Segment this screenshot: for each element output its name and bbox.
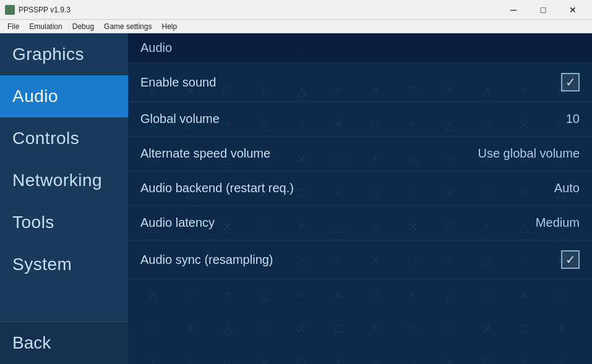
sidebar: Graphics Audio Controls Networking Tools…	[0, 33, 128, 364]
ps-symbol: △	[580, 311, 592, 345]
sidebar-item-controls[interactable]: Controls	[0, 117, 128, 159]
setting-alternate-speed-volume[interactable]: Alternate speed volume Use global volume	[128, 137, 592, 171]
sidebar-item-graphics[interactable]: Graphics	[0, 33, 128, 75]
setting-value-audio-backend: Auto	[554, 181, 580, 195]
section-header: Audio	[128, 33, 592, 63]
minimize-button[interactable]: ─	[499, 0, 528, 20]
setting-label-audio-backend: Audio backend (restart req.)	[140, 181, 294, 195]
titlebar-left: PPSSPP v1.9.3	[5, 5, 71, 15]
ps-symbol: +	[357, 311, 394, 345]
ps-symbol: □	[320, 311, 357, 345]
ps-symbol: ○	[580, 345, 592, 364]
ps-symbol: △	[394, 311, 431, 345]
ps-symbol: +	[394, 277, 431, 311]
ps-symbol: □	[134, 311, 171, 345]
app-title: PPSSPP v1.9.3	[19, 6, 71, 14]
menu-emulation[interactable]: Emulation	[24, 21, 67, 32]
maximize-button[interactable]: □	[529, 0, 557, 20]
ps-symbol: △	[543, 345, 580, 364]
ps-symbol: ○	[468, 277, 505, 311]
menu-debug[interactable]: Debug	[67, 21, 99, 32]
ps-symbol: □	[468, 345, 505, 364]
menu-help[interactable]: Help	[157, 21, 182, 32]
setting-value-audio-latency: Medium	[536, 216, 580, 230]
setting-label-enable-sound: Enable sound	[140, 75, 216, 90]
content-area: △○✕□+△○✕□+△○✕□+○✕□+△○✕□+△○✕□+△✕□+△○✕□+△○…	[128, 33, 592, 364]
menu-game-settings[interactable]: Game settings	[99, 21, 157, 32]
setting-label-audio-sync: Audio sync (resampling)	[140, 253, 273, 267]
titlebar: PPSSPP v1.9.3 ─ □ ✕	[0, 0, 592, 20]
setting-value-global-volume: 10	[566, 112, 580, 126]
ps-symbol: □	[171, 277, 208, 311]
ps-symbol: +	[505, 345, 543, 364]
checkbox-enable-sound[interactable]: ✓	[561, 73, 580, 91]
ps-symbol: △	[431, 277, 468, 311]
ps-symbol: +	[580, 277, 592, 311]
ps-symbol: △	[171, 345, 208, 364]
ps-symbol: ○	[246, 311, 283, 345]
ps-symbol: △	[246, 277, 283, 311]
ps-symbol: □	[543, 277, 580, 311]
ps-symbol: □	[283, 345, 320, 364]
menubar: File Emulation Debug Game settings Help	[0, 20, 592, 33]
setting-value-alternate-speed-volume: Use global volume	[478, 146, 580, 161]
ps-symbol: ✕	[505, 277, 543, 311]
close-button[interactable]: ✕	[559, 0, 587, 20]
window-controls: ─ □ ✕	[499, 0, 587, 20]
main-layout: Graphics Audio Controls Networking Tools…	[0, 33, 592, 364]
sidebar-nav: Graphics Audio Controls Networking Tools…	[0, 33, 128, 321]
sidebar-item-system[interactable]: System	[0, 243, 128, 286]
ps-symbol: ✕	[320, 277, 357, 311]
sidebar-item-audio[interactable]: Audio	[0, 75, 128, 117]
sidebar-item-networking[interactable]: Networking	[0, 159, 128, 201]
ps-symbol: ○	[208, 345, 246, 364]
setting-audio-backend[interactable]: Audio backend (restart req.) Auto	[128, 171, 592, 206]
ps-symbol: +	[134, 345, 171, 364]
ps-symbol: △	[208, 311, 246, 345]
content-inner: Audio Enable sound ✓ Global volume 10 Al…	[128, 33, 592, 279]
ps-symbol: ✕	[431, 345, 468, 364]
checkbox-audio-sync[interactable]: ✓	[561, 250, 580, 269]
ps-symbol: □	[505, 311, 543, 345]
ps-symbol: ✕	[246, 345, 283, 364]
ps-symbol: +	[208, 277, 246, 311]
ps-symbol: +	[171, 311, 208, 345]
ps-symbol: ✕	[283, 311, 320, 345]
setting-label-global-volume: Global volume	[140, 112, 220, 126]
ps-symbol: ○	[283, 277, 320, 311]
ps-symbol: △	[357, 345, 394, 364]
ps-symbol: +	[320, 345, 357, 364]
setting-label-alternate-speed-volume: Alternate speed volume	[140, 146, 270, 161]
ps-symbol: +	[543, 311, 580, 345]
ps-symbol: ✕	[134, 277, 171, 311]
ps-symbol: ✕	[468, 311, 505, 345]
setting-global-volume[interactable]: Global volume 10	[128, 102, 592, 137]
setting-enable-sound[interactable]: Enable sound ✓	[128, 63, 592, 102]
setting-audio-sync[interactable]: Audio sync (resampling) ✓	[128, 240, 592, 279]
menu-file[interactable]: File	[2, 21, 24, 32]
settings-list: Enable sound ✓ Global volume 10 Alternat…	[128, 63, 592, 279]
section-title: Audio	[140, 41, 172, 54]
sidebar-item-tools[interactable]: Tools	[0, 201, 128, 243]
app-icon	[5, 5, 15, 15]
setting-audio-latency[interactable]: Audio latency Medium	[128, 206, 592, 240]
ps-symbol: □	[357, 277, 394, 311]
ps-symbol: ○	[431, 311, 468, 345]
setting-label-audio-latency: Audio latency	[140, 216, 215, 230]
ps-symbol: ○	[394, 345, 431, 364]
